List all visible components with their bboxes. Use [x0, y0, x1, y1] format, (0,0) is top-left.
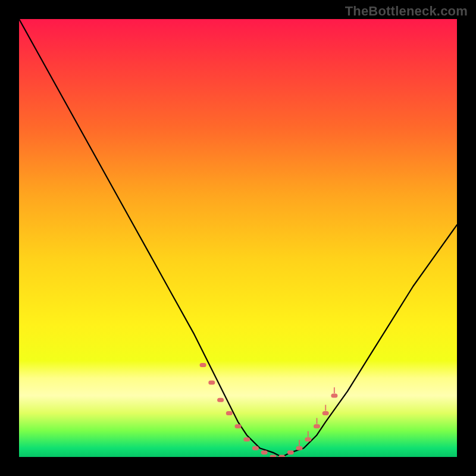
optimal-marker	[235, 424, 242, 428]
optimal-marker-tick	[299, 440, 300, 446]
optimal-marker	[296, 446, 303, 450]
bottleneck-curve	[19, 19, 457, 457]
optimal-marker	[331, 394, 337, 398]
optimal-marker	[243, 437, 250, 441]
chart-frame: TheBottleneck.com	[0, 0, 476, 476]
optimal-marker	[314, 424, 320, 428]
optimal-marker-tick	[334, 387, 335, 393]
optimal-marker	[270, 455, 276, 458]
chart-svg	[19, 19, 457, 457]
plot-area	[19, 19, 457, 457]
optimal-markers	[200, 363, 338, 457]
optimal-marker	[217, 398, 224, 402]
optimal-marker	[226, 411, 233, 415]
bottleneck-curve-path	[19, 19, 457, 457]
optimal-marker-tick	[325, 405, 326, 411]
optimal-marker	[322, 411, 329, 415]
optimal-marker	[287, 450, 294, 455]
optimal-marker	[200, 363, 206, 367]
optimal-marker-tick	[317, 418, 318, 424]
optimal-marker-tick	[308, 431, 309, 437]
optimal-marker	[261, 450, 268, 455]
optimal-marker	[208, 380, 215, 384]
watermark-text: TheBottleneck.com	[345, 4, 468, 19]
optimal-marker	[305, 437, 311, 441]
optimal-marker	[252, 446, 259, 450]
